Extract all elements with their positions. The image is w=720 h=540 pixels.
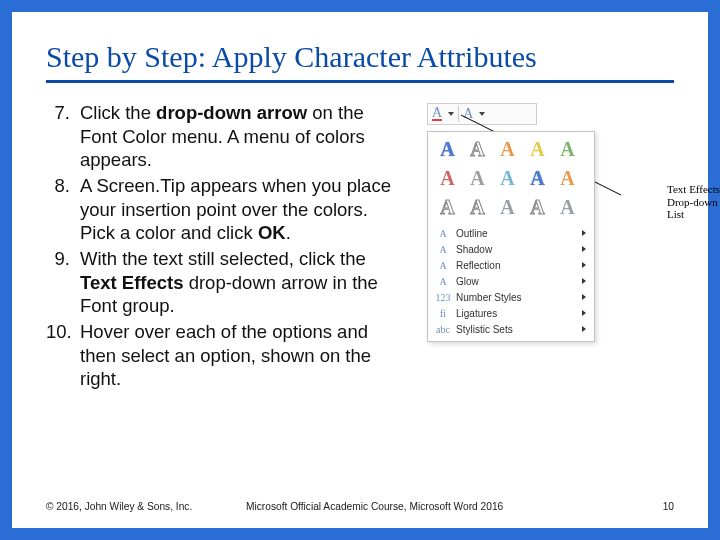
- page-number: 10: [650, 501, 674, 512]
- text-effects-figure: A A A A A A A A A A: [427, 101, 674, 311]
- preset-row: A A A A A: [436, 138, 586, 160]
- outline-icon: A: [436, 227, 450, 239]
- step-number: 8.: [46, 174, 80, 245]
- chevron-right-icon: [582, 246, 586, 252]
- preset-glyph: A: [556, 138, 579, 160]
- preset-glyph: A: [466, 138, 489, 160]
- preset-glyph: A: [526, 138, 549, 160]
- step-item: 9. With the text still selected, click t…: [46, 247, 401, 318]
- preset-glyph: A: [526, 196, 549, 218]
- text-effects-panel: A A A A A A A A A A A A A A: [427, 131, 595, 342]
- preset-glyph: A: [556, 196, 579, 218]
- preset-glyph: A: [436, 167, 459, 189]
- reflection-icon: A: [436, 259, 450, 271]
- menu-label: Number Styles: [456, 292, 522, 303]
- stylistic-sets-icon: abc: [436, 323, 450, 335]
- preset-glyph: A: [436, 196, 459, 218]
- menu-outline: A Outline: [436, 225, 586, 241]
- step-text: Click the drop-down arrow on the Font Co…: [80, 101, 401, 172]
- copyright: © 2016, John Wiley & Sons, Inc.: [46, 501, 246, 512]
- slide-title: Step by Step: Apply Character Attributes: [46, 40, 674, 83]
- preset-glyph: A: [496, 138, 519, 160]
- font-color-icon: A: [432, 107, 442, 121]
- menu-label: Reflection: [456, 260, 500, 271]
- preset-glyph: A: [466, 167, 489, 189]
- menu-ligatures: fi Ligatures: [436, 305, 586, 321]
- course-name: Microsoft Official Academic Course, Micr…: [246, 501, 650, 512]
- chevron-right-icon: [582, 278, 586, 284]
- chevron-right-icon: [582, 310, 586, 316]
- chevron-right-icon: [582, 326, 586, 332]
- menu-number-styles: 123 Number Styles: [436, 289, 586, 305]
- chevron-right-icon: [582, 262, 586, 268]
- callout-label: Text Effects Drop-down List: [667, 183, 720, 221]
- step-list: 7. Click the drop-down arrow on the Font…: [46, 101, 401, 393]
- preset-row: A A A A A: [436, 196, 586, 218]
- step-item: 8. A Screen.Tip appears when you place y…: [46, 174, 401, 245]
- menu-label: Ligatures: [456, 308, 497, 319]
- step-number: 10.: [46, 320, 80, 391]
- menu-label: Glow: [456, 276, 479, 287]
- preset-glyph: A: [436, 138, 459, 160]
- preset-glyph: A: [466, 196, 489, 218]
- step-text: Hover over each of the options and then …: [80, 320, 401, 391]
- step-number: 7.: [46, 101, 80, 172]
- step-number: 9.: [46, 247, 80, 318]
- shadow-icon: A: [436, 243, 450, 255]
- preset-glyph: A: [526, 167, 549, 189]
- preset-glyph: A: [496, 167, 519, 189]
- menu-shadow: A Shadow: [436, 241, 586, 257]
- footer: © 2016, John Wiley & Sons, Inc. Microsof…: [46, 501, 674, 512]
- menu-glow: A Glow: [436, 273, 586, 289]
- chevron-right-icon: [582, 230, 586, 236]
- step-text: A Screen.Tip appears when you place your…: [80, 174, 401, 245]
- number-styles-icon: 123: [436, 291, 450, 303]
- preset-glyph: A: [496, 196, 519, 218]
- menu-stylistic-sets: abc Stylistic Sets: [436, 321, 586, 337]
- glow-icon: A: [436, 275, 450, 287]
- slide-body: 7. Click the drop-down arrow on the Font…: [46, 101, 674, 393]
- menu-label: Shadow: [456, 244, 492, 255]
- menu-label: Stylistic Sets: [456, 324, 513, 335]
- preset-row: A A A A A: [436, 167, 586, 189]
- preset-glyph: A: [556, 167, 579, 189]
- step-item: 10. Hover over each of the options and t…: [46, 320, 401, 391]
- slide: Step by Step: Apply Character Attributes…: [0, 0, 720, 540]
- chevron-right-icon: [582, 294, 586, 300]
- menu-reflection: A Reflection: [436, 257, 586, 273]
- step-text: With the text still selected, click the …: [80, 247, 401, 318]
- step-item: 7. Click the drop-down arrow on the Font…: [46, 101, 401, 172]
- ligatures-icon: fi: [436, 307, 450, 319]
- menu-label: Outline: [456, 228, 488, 239]
